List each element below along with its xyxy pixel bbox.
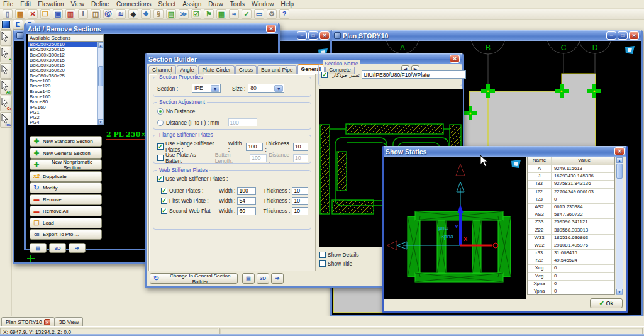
statics-row[interactable]: A 9249.115613 xyxy=(528,165,614,173)
add-remove-action-button[interactable]: Modify xyxy=(30,182,102,193)
section-combo[interactable]: IPE xyxy=(192,84,221,93)
statics-row[interactable]: r22 49.545524 xyxy=(528,257,614,265)
web-width-input[interactable] xyxy=(237,187,256,195)
menu-item[interactable]: Help xyxy=(281,1,294,8)
tab[interactable]: Plate Girder xyxy=(198,65,234,74)
add-remove-action-button[interactable]: Dupplicate xyxy=(30,171,102,182)
statics-row[interactable]: Ycg 0 xyxy=(528,273,614,281)
menu-item[interactable]: File xyxy=(3,1,13,8)
size-combo[interactable]: 80 xyxy=(248,84,284,93)
statics-row[interactable]: I23 0 xyxy=(528,196,614,204)
statics-scrollbar[interactable]: ▲ ▼ xyxy=(616,157,623,295)
image-icon[interactable]: ▦ xyxy=(15,9,25,19)
statics-row[interactable]: Z33 259596.341121 xyxy=(528,219,614,227)
view-3d-cube-button[interactable] xyxy=(1,20,11,30)
statics-row[interactable]: J 16293430.145336 xyxy=(528,173,614,181)
web-thickness-input[interactable] xyxy=(292,207,308,215)
statics-row[interactable]: I22 22704349.666103 xyxy=(528,189,614,196)
frame-grid-icon[interactable]: ▥ xyxy=(65,9,75,19)
batten-length-input[interactable] xyxy=(250,154,267,162)
add-remove-action-button[interactable]: New Nonprismatic Section xyxy=(30,159,102,170)
waves-icon[interactable]: ≈ xyxy=(229,9,239,19)
show-title-checkbox[interactable] xyxy=(319,260,326,267)
elevation-view-button[interactable]: E xyxy=(13,20,23,30)
show-details-checkbox[interactable] xyxy=(319,252,326,258)
new-file-icon[interactable]: ▯ xyxy=(3,9,13,19)
web-width-input[interactable] xyxy=(237,207,256,215)
model-x-icon[interactable]: ✕ xyxy=(28,9,38,19)
table-view-button[interactable]: ▤ xyxy=(30,243,47,253)
grid-table-icon[interactable]: ▦ xyxy=(216,9,226,19)
available-sections-list[interactable]: Box250x250x10Box250x250x15Box300x300x12B… xyxy=(28,42,104,125)
statics-row[interactable]: Z22 389568.393013 xyxy=(528,227,614,235)
section-list-item[interactable]: PG4 xyxy=(28,120,103,125)
steel-section-icon[interactable]: I xyxy=(78,9,88,19)
auto-rename-checkbox[interactable] xyxy=(321,72,328,78)
statics-row[interactable]: Xcg 0 xyxy=(528,265,614,272)
close-icon[interactable] xyxy=(450,55,460,63)
menu-item[interactable]: Assign xyxy=(182,1,201,8)
bench-icon[interactable]: ▭ xyxy=(254,9,264,19)
add-remove-action-button[interactable]: Remove xyxy=(30,194,102,205)
statics-row[interactable]: AS3 5847.360732 xyxy=(528,211,614,219)
web-width-input[interactable] xyxy=(237,197,256,205)
scroll-down-icon[interactable]: ▼ xyxy=(616,289,623,294)
table-green-icon[interactable]: ▤ xyxy=(166,9,176,19)
menu-item[interactable]: Define xyxy=(91,1,109,8)
scrollbar-thumb[interactable] xyxy=(98,66,103,86)
section-name-input[interactable] xyxy=(362,70,466,79)
truss-icon[interactable]: ◫ xyxy=(91,9,101,19)
table-view-button[interactable]: ▤ xyxy=(242,273,255,284)
add-remove-action-button[interactable]: Remove All xyxy=(30,206,102,216)
use-web-stiffener-checkbox[interactable] xyxy=(157,176,164,182)
plan-titlebar[interactable]: Plan STORY10 xyxy=(332,30,641,41)
view-tab[interactable]: Plan STORY10 ✕ xyxy=(1,317,55,326)
scroll-up-icon[interactable]: ▲ xyxy=(98,42,103,48)
maximize-icon[interactable] xyxy=(618,31,628,40)
add-remove-titlebar[interactable]: Add / Remove Sections xyxy=(26,23,278,34)
web-thickness-input[interactable] xyxy=(292,187,308,195)
statics-row[interactable]: W33 185516.636863 xyxy=(528,235,614,242)
flag-tool-icon[interactable]: ⚑ xyxy=(204,9,214,19)
design-check-icon[interactable]: ✓ xyxy=(242,9,252,19)
no-distance-radio[interactable] xyxy=(157,108,164,115)
settings-gear-icon[interactable]: ⚙ xyxy=(267,9,277,19)
close-icon[interactable] xyxy=(266,25,276,33)
web-row-checkbox[interactable] xyxy=(161,208,167,214)
menu-item[interactable]: View xyxy=(71,1,85,8)
scroll-up-icon[interactable]: ▲ xyxy=(616,157,623,163)
menu-item[interactable]: Select xyxy=(158,1,176,8)
open-folder-icon[interactable]: ❐ xyxy=(40,9,50,19)
run-arrows-icon[interactable]: ≫ xyxy=(179,9,189,19)
web-thickness-input[interactable] xyxy=(292,197,308,205)
distance-radio[interactable] xyxy=(157,120,164,126)
assign-icon[interactable]: ❖ xyxy=(141,9,151,19)
tab[interactable]: Cross xyxy=(235,65,257,74)
menu-item[interactable]: Tools xyxy=(230,1,245,8)
view-3d-button[interactable]: 3D xyxy=(49,243,66,253)
scroll-down-icon[interactable]: ▼ xyxy=(98,119,103,125)
minimize-icon[interactable] xyxy=(297,31,307,40)
grid-g-icon[interactable]: Ⓖ xyxy=(103,9,113,19)
menu-item[interactable]: Draw xyxy=(208,1,223,8)
help-icon[interactable]: ? xyxy=(279,9,289,19)
section-list-item[interactable]: IPE160 xyxy=(28,105,103,110)
add-remove-action-button[interactable]: New General Section xyxy=(30,148,102,159)
export-button[interactable]: ➔ xyxy=(271,273,284,284)
select-clear-button[interactable]: Cr xyxy=(0,96,12,111)
statics-row[interactable]: Xpna 0 xyxy=(528,281,614,288)
change-general-section-button[interactable]: Change In General Section Builder xyxy=(150,273,238,284)
section-builder-titlebar[interactable]: Section Builder xyxy=(147,53,462,64)
check-list-icon[interactable]: ☑ xyxy=(191,9,201,19)
tab[interactable]: Angle xyxy=(177,65,198,74)
select-add-button[interactable]: + xyxy=(0,47,12,62)
select-invert-button[interactable]: Inv xyxy=(0,112,12,128)
statics-row[interactable]: I33 9275831.843136 xyxy=(528,181,614,188)
menu-item[interactable]: Elevation xyxy=(38,1,64,8)
use-plate-batten-checkbox[interactable] xyxy=(157,155,164,161)
menu-item[interactable]: Connections xyxy=(116,1,152,8)
view-tab[interactable]: 3D View xyxy=(55,317,84,326)
tab[interactable]: Box and Pipe xyxy=(257,65,297,74)
view-3d-button[interactable]: 3D xyxy=(257,273,269,284)
statics-row[interactable]: W22 291081.405976 xyxy=(528,242,614,250)
